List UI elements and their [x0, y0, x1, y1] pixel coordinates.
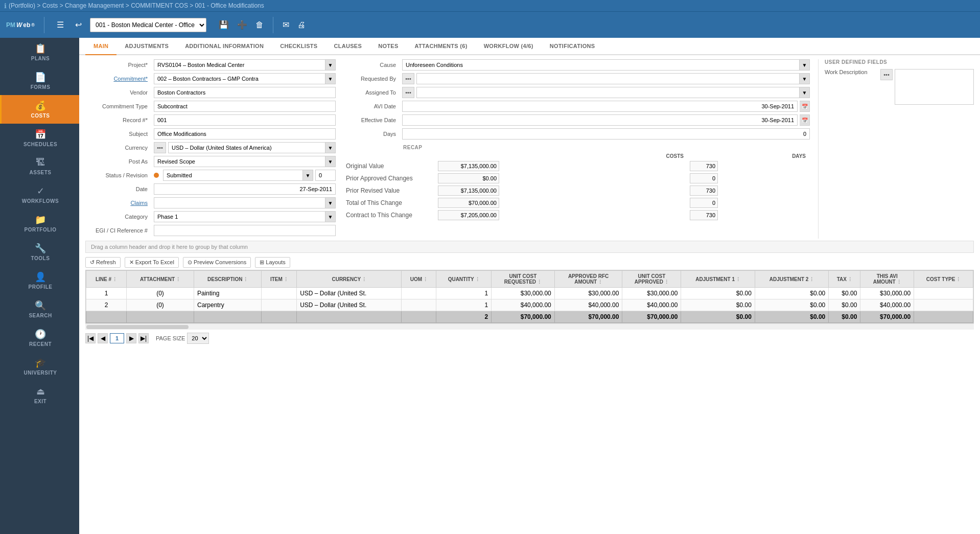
status-dropdown-btn[interactable]: ▼ [303, 170, 313, 181]
currency-dots-btn[interactable]: ••• [154, 142, 166, 153]
hamburger-button[interactable]: ☰ [54, 18, 67, 32]
recap-original-cost-input[interactable] [438, 161, 499, 171]
status-input[interactable] [163, 170, 303, 181]
save-button[interactable]: 💾 [216, 18, 232, 32]
tab-notifications[interactable]: NOTIFICATIONS [542, 38, 603, 55]
tab-notes[interactable]: NOTES [370, 38, 406, 55]
schedules-icon: 📅 [35, 129, 46, 140]
recap-total-change-cost-input[interactable] [438, 198, 499, 208]
category-dropdown-btn[interactable]: ▼ [325, 211, 336, 222]
export-button[interactable]: ✕ Export To Excel [125, 257, 179, 268]
email-button[interactable]: ✉ [279, 18, 292, 32]
recap-prior-approved-cost-input[interactable] [438, 173, 499, 183]
sidebar-item-exit[interactable]: ⏏ EXIT [0, 381, 79, 409]
post-as-input[interactable] [154, 156, 325, 167]
currency-dropdown-btn[interactable]: ▼ [325, 142, 336, 153]
assigned-to-dropdown-btn[interactable]: ▼ [800, 87, 810, 98]
post-as-dropdown-btn[interactable]: ▼ [325, 156, 336, 167]
cause-dropdown-btn[interactable]: ▼ [800, 59, 810, 71]
vendor-input[interactable] [154, 87, 336, 98]
vendor-row: Vendor [85, 87, 336, 98]
project-input[interactable] [154, 59, 325, 71]
print-button[interactable]: 🖨 [294, 18, 309, 32]
sidebar-item-forms[interactable]: 📄 FORMS [0, 66, 79, 95]
tab-clauses[interactable]: CLAUSES [325, 38, 370, 55]
cause-input[interactable] [402, 59, 800, 71]
back-button[interactable]: ↩ [72, 18, 85, 32]
sidebar-item-workflows[interactable]: ✓ WORKFLOWS [0, 180, 79, 209]
effective-date-calendar-btn[interactable]: 📅 [800, 114, 810, 126]
recap-prior-approved-row: Prior Approved Changes [344, 172, 810, 184]
tab-workflow[interactable]: WORKFLOW (4/6) [476, 38, 542, 55]
sidebar-item-recent[interactable]: 🕐 RECENT [0, 323, 79, 352]
date-input[interactable] [154, 183, 336, 195]
claims-dropdown-btn[interactable]: ▼ [325, 197, 336, 208]
tab-additional[interactable]: ADDITIONAL INFORMATION [177, 38, 272, 55]
first-page-btn[interactable]: |◀ [85, 333, 96, 343]
prev-page-btn[interactable]: ◀ [98, 333, 108, 343]
add-button[interactable]: ➕ [234, 18, 250, 32]
tab-main[interactable]: MAIN [85, 38, 116, 55]
subject-input[interactable] [154, 128, 336, 140]
recap-contract-change-days-input[interactable] [690, 210, 718, 220]
tab-checklists[interactable]: CHECKLISTS [272, 38, 325, 55]
layouts-button[interactable]: ⊞ Layouts [255, 257, 290, 268]
recap-prior-revised-days-input[interactable] [690, 185, 718, 196]
commitment-label[interactable]: Commitment* [85, 76, 152, 82]
requested-by-dots-btn[interactable]: ••• [402, 73, 414, 84]
portfolio-icon: 📁 [35, 214, 46, 225]
claims-input[interactable] [154, 197, 325, 208]
page-size-select[interactable]: 20 [187, 333, 209, 344]
requested-by-input[interactable] [416, 73, 800, 84]
tab-attachments[interactable]: ATTACHMENTS (6) [407, 38, 476, 55]
egi-input[interactable] [154, 225, 336, 236]
assigned-to-dots-btn[interactable]: ••• [402, 87, 414, 98]
scrollbar-thumb[interactable] [86, 325, 189, 329]
sidebar-item-tools[interactable]: 🔧 TOOLS [0, 238, 79, 266]
requested-by-dropdown-btn[interactable]: ▼ [800, 73, 810, 84]
sidebar-item-portfolio[interactable]: 📁 PORTFOLIO [0, 209, 79, 238]
assigned-to-input[interactable] [416, 87, 800, 98]
sidebar-item-plans[interactable]: 📋 PLANS [0, 38, 79, 66]
horizontal-scrollbar[interactable] [85, 323, 974, 330]
sidebar-item-costs[interactable]: 💰 COSTS [0, 95, 79, 124]
date-label: Date [85, 186, 152, 192]
sidebar-item-profile[interactable]: 👤 PROFILE [0, 266, 79, 295]
work-desc-dots-btn[interactable]: ••• [880, 69, 893, 80]
row2-unit-cost-approved: $40,000.00 [622, 299, 681, 311]
days-input[interactable] [402, 128, 810, 140]
commitment-type-input[interactable] [154, 101, 336, 112]
commitment-input[interactable] [154, 73, 325, 84]
refresh-button[interactable]: ↺ Refresh [85, 257, 121, 268]
record-dropdown[interactable]: 001 - Boston Medical Center - Office [90, 18, 206, 32]
last-page-btn[interactable]: ▶| [138, 333, 149, 343]
avi-date-calendar-btn[interactable]: 📅 [800, 101, 810, 112]
sidebar-item-search[interactable]: 🔍 SEARCH [0, 295, 79, 323]
delete-button[interactable]: 🗑 [252, 18, 267, 32]
preview-button[interactable]: ⊙ Preview Conversions [183, 257, 251, 268]
revision-input[interactable] [315, 170, 336, 181]
claims-label[interactable]: Claims [85, 200, 152, 206]
data-table-wrapper: LINE #⋮ ATTACHMENT⋮ DESCRIPTION⋮ ITEM⋮ C… [85, 270, 974, 323]
next-page-btn[interactable]: ▶ [126, 333, 136, 343]
cause-label: Cause [344, 62, 400, 68]
commitment-dropdown-btn[interactable]: ▼ [325, 73, 336, 84]
row2-item [262, 299, 297, 311]
avi-date-input[interactable] [402, 101, 798, 112]
work-description-textarea[interactable] [895, 69, 974, 105]
sidebar-item-university[interactable]: 🎓 UNIVERSITY [0, 352, 79, 381]
recap-prior-revised-cost-input[interactable] [438, 185, 499, 196]
recap-total-change-days-input[interactable] [690, 198, 718, 208]
recap-prior-approved-days-input[interactable] [690, 173, 718, 183]
sidebar-label-exit: EXIT [34, 399, 46, 404]
record-input[interactable] [154, 114, 336, 126]
tab-adjustments[interactable]: ADJUSTMENTS [116, 38, 177, 55]
category-input[interactable] [154, 211, 325, 222]
project-dropdown-btn[interactable]: ▼ [325, 59, 336, 71]
recap-contract-change-cost-input[interactable] [438, 210, 499, 220]
recap-original-days-input[interactable] [690, 161, 718, 171]
sidebar-item-assets[interactable]: 🏗 ASSETS [0, 152, 79, 180]
currency-input[interactable] [168, 142, 325, 153]
sidebar-item-schedules[interactable]: 📅 SCHEDULES [0, 124, 79, 152]
effective-date-input[interactable] [402, 114, 798, 126]
